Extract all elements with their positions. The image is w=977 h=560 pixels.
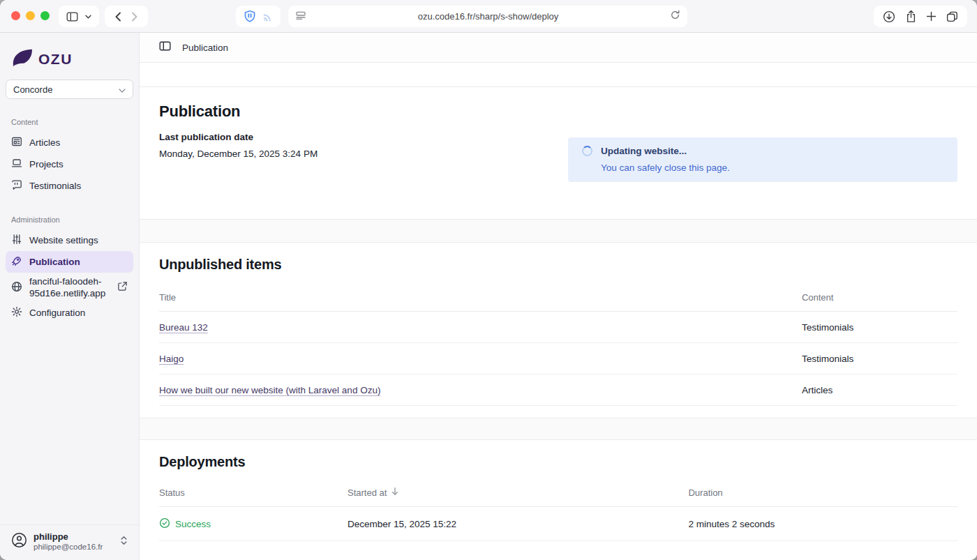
notice-subtitle: You can safely close this page. xyxy=(601,162,944,173)
share-icon[interactable] xyxy=(905,10,917,23)
unpublished-items-section: Unpublished items Title Content Bureau 1… xyxy=(140,243,977,418)
url-text[interactable]: ozu.code16.fr/sharp/s-show/deploy xyxy=(306,11,670,22)
sort-desc-icon[interactable] xyxy=(391,487,399,498)
chevron-down-icon xyxy=(119,84,126,95)
privacy-report-group xyxy=(236,6,281,27)
projects-icon xyxy=(11,158,22,171)
browser-sidebar-toggle[interactable] xyxy=(59,6,99,27)
spinner-icon xyxy=(582,146,592,156)
zoom-window-button[interactable] xyxy=(40,11,50,20)
deployment-started-at: December 15, 2025 15:22 xyxy=(348,507,688,541)
reader-icon[interactable] xyxy=(295,10,306,24)
section-gutter xyxy=(140,418,977,440)
traffic-lights xyxy=(11,11,50,20)
unpublished-items-title: Unpublished items xyxy=(159,257,957,273)
testimonials-icon xyxy=(11,179,22,192)
user-avatar-icon xyxy=(11,532,27,551)
articles-icon xyxy=(11,136,22,149)
table-row: Haigo Testimonials xyxy=(159,343,957,374)
deployment-duration: 2 minutes 2 seconds xyxy=(688,507,957,541)
external-link-icon[interactable] xyxy=(117,281,128,294)
close-window-button[interactable] xyxy=(11,11,20,20)
column-header-status: Status xyxy=(159,470,348,507)
item-content-type: Testimonials xyxy=(802,312,957,343)
address-bar[interactable]: ozu.code16.fr/sharp/s-show/deploy xyxy=(288,6,687,27)
user-menu[interactable]: philippe philippe@code16.fr xyxy=(0,524,139,560)
browser-nav-buttons xyxy=(105,6,148,27)
main-area: Publication Publication Last publication… xyxy=(140,33,977,560)
sidebar-item-label: Website settings xyxy=(29,235,98,245)
rss-icon[interactable] xyxy=(262,11,274,22)
sidebar-item-publication[interactable]: Publication xyxy=(6,251,133,273)
deployments-title: Deployments xyxy=(159,454,957,470)
deployments-table: Status Started at Duration xyxy=(159,470,957,541)
chevron-up-down-icon xyxy=(120,536,128,548)
sidebar-item-testimonials[interactable]: Testimonials xyxy=(6,175,133,197)
sidebar-item-articles[interactable]: Articles xyxy=(6,132,133,153)
last-publication-label: Last publication date xyxy=(159,132,318,142)
site-select-value: Concorde xyxy=(13,84,52,95)
sidebar-nav: Content Articles Projects xyxy=(0,99,139,324)
collapse-sidebar-icon[interactable] xyxy=(159,40,171,54)
browser-toolbar: ozu.code16.fr/sharp/s-show/deploy xyxy=(0,0,977,33)
downloads-icon[interactable] xyxy=(883,10,895,23)
minimize-window-button[interactable] xyxy=(26,11,35,20)
status-text: Success xyxy=(175,519,211,529)
ozu-leaf-icon xyxy=(11,47,33,70)
nav-section-administration: Administration xyxy=(11,215,128,224)
app-sidebar: OZU Concorde Content Articles xyxy=(0,33,140,560)
sidebar-item-label: Articles xyxy=(29,137,60,148)
toolbar-band xyxy=(140,63,977,87)
column-header-duration: Duration xyxy=(688,470,957,507)
last-publication-block: Last publication date Monday, December 1… xyxy=(159,132,318,159)
table-row: Bureau 132 Testimonials xyxy=(159,312,957,343)
sidebar-item-label: Publication xyxy=(29,257,80,267)
column-header-title: Title xyxy=(159,275,802,312)
item-link[interactable]: Haigo xyxy=(159,354,184,364)
shield-pause-icon[interactable] xyxy=(244,10,256,23)
table-row: How we built our new website (with Larav… xyxy=(159,374,957,406)
sidebar-item-label: Configuration xyxy=(29,308,85,318)
item-link[interactable]: Bureau 132 xyxy=(159,322,208,333)
table-row: Success December 15, 2025 15:22 2 minute… xyxy=(159,507,957,541)
last-publication-value: Monday, December 15, 2025 3:24 PM xyxy=(159,149,318,159)
item-link[interactable]: How we built our new website (with Larav… xyxy=(159,385,380,395)
reload-icon[interactable] xyxy=(670,10,680,23)
site-select[interactable]: Concorde xyxy=(6,80,133,99)
check-circle-icon xyxy=(159,517,170,531)
new-tab-icon[interactable] xyxy=(926,11,937,22)
page-title: Publication xyxy=(159,103,957,121)
page-header: Publication xyxy=(140,33,977,63)
updating-notice: Updating website... You can safely close… xyxy=(568,137,957,182)
sidebar-item-netlify-site[interactable]: fanciful-faloodeh-95d16e.netlify.app xyxy=(6,273,133,302)
rocket-icon xyxy=(11,255,22,268)
breadcrumb: Publication xyxy=(182,43,228,53)
column-header-content: Content xyxy=(802,275,957,312)
chevron-down-icon xyxy=(85,15,91,19)
publication-section: Publication Last publication date Monday… xyxy=(140,87,977,220)
browser-action-buttons xyxy=(874,6,967,27)
forward-icon[interactable] xyxy=(131,12,138,22)
sidebar-panel-icon xyxy=(66,11,78,22)
sidebar-item-label: fanciful-faloodeh-95d16e.netlify.app xyxy=(29,275,110,299)
back-icon[interactable] xyxy=(114,12,121,22)
status-badge: Success xyxy=(159,517,211,531)
browser-window: ozu.code16.fr/sharp/s-show/deploy xyxy=(0,0,977,560)
sidebar-item-label: Projects xyxy=(29,159,64,169)
globe-icon xyxy=(11,281,22,294)
gear-icon xyxy=(11,306,22,319)
unpublished-items-table: Title Content Bureau 132 Testimonials Ha… xyxy=(159,275,957,406)
sidebar-item-projects[interactable]: Projects xyxy=(6,153,133,175)
sidebar-item-label: Testimonials xyxy=(29,181,81,191)
sidebar-item-website-settings[interactable]: Website settings xyxy=(6,229,133,251)
user-email: philippe@code16.fr xyxy=(33,542,103,552)
notice-title: Updating website... xyxy=(601,146,687,156)
app-logo: OZU xyxy=(0,33,139,70)
item-content-type: Articles xyxy=(802,374,957,406)
column-header-started-at[interactable]: Started at xyxy=(348,470,688,507)
app-logo-text: OZU xyxy=(38,51,73,68)
tab-overview-icon[interactable] xyxy=(946,11,958,22)
deployments-section: Deployments Status Started at xyxy=(140,440,977,560)
sidebar-item-configuration[interactable]: Configuration xyxy=(6,302,133,324)
sliders-icon xyxy=(11,234,22,247)
